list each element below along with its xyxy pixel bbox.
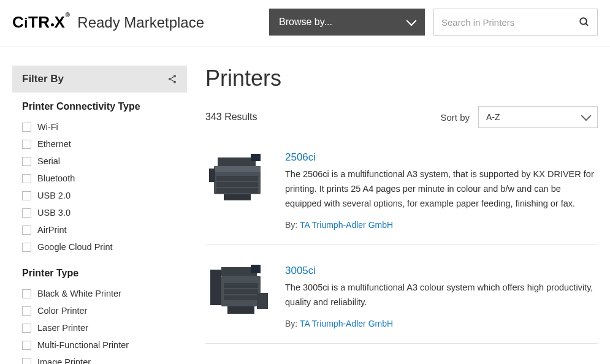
filter-group-title: Printer Connectivity Type (22, 101, 177, 112)
site-subtitle: Ready Marketplace (77, 14, 204, 31)
product-vendor-line: By: TA Triumph-Adler GmbH (285, 319, 598, 328)
filter-heading: Filter By (22, 73, 64, 85)
logo-area[interactable]: CiTRX® Ready Marketplace (12, 13, 204, 32)
checkbox[interactable] (22, 140, 31, 149)
svg-rect-20 (224, 295, 258, 300)
svg-line-1 (585, 23, 588, 26)
share-icon[interactable] (167, 74, 177, 84)
checkbox[interactable] (22, 341, 31, 350)
checkbox[interactable] (22, 243, 31, 252)
checkbox[interactable] (22, 208, 31, 218)
svg-rect-6 (251, 154, 261, 161)
checkbox[interactable] (22, 157, 31, 166)
svg-rect-10 (216, 182, 258, 187)
filter-group-title: Printer Type (22, 268, 177, 279)
product-thumbnail[interactable] (205, 265, 272, 321)
product-vendor-line: By: TA Triumph-Adler GmbH (285, 220, 598, 230)
filter-panel: Filter By Printer Connectivity Type Wi-F… (12, 66, 187, 364)
filter-option[interactable]: Multi-Functional Printer (22, 336, 177, 354)
result-card: 2506ci The 2506ci is a multifunctional A… (205, 150, 598, 245)
product-title-link[interactable]: 2506ci (285, 151, 316, 164)
svg-rect-22 (227, 306, 254, 314)
svg-rect-12 (209, 169, 215, 182)
filter-option[interactable]: Color Printer (22, 302, 177, 319)
search-icon (579, 17, 590, 28)
main-column: Printers 343 Results Sort by A-Z (205, 66, 598, 362)
result-card: 3005ci The 3005ci is a multifunctional A… (205, 264, 598, 344)
sort-value: A-Z (486, 112, 500, 122)
results-count: 343 Results (205, 112, 257, 123)
vendor-link[interactable]: TA Triumph-Adler GmbH (300, 319, 393, 328)
filter-option[interactable]: Laser Printer (22, 319, 177, 336)
svg-rect-14 (210, 270, 221, 305)
checkbox[interactable] (22, 358, 31, 365)
svg-rect-21 (257, 293, 268, 309)
svg-point-4 (173, 81, 176, 83)
filter-group-printer-type: Printer Type Black & White Printer Color… (12, 259, 187, 364)
checkbox[interactable] (22, 306, 31, 316)
svg-rect-11 (216, 188, 258, 193)
sort-dropdown[interactable]: A-Z (478, 106, 598, 128)
checkbox[interactable] (22, 123, 31, 132)
svg-point-3 (169, 78, 171, 80)
filter-option[interactable]: Ethernet (22, 135, 177, 153)
checkbox[interactable] (22, 226, 31, 235)
svg-point-0 (580, 18, 587, 25)
checkbox[interactable] (22, 289, 31, 298)
filter-option[interactable]: Image Printer (22, 354, 177, 364)
checkbox[interactable] (22, 191, 31, 200)
svg-rect-8 (214, 166, 261, 172)
svg-rect-19 (224, 289, 258, 294)
printer-icon (205, 151, 272, 208)
product-title-link[interactable]: 3005ci (285, 265, 316, 277)
search-input[interactable] (441, 17, 579, 28)
filter-option[interactable]: Google Cloud Print (22, 238, 177, 256)
filter-option[interactable]: Black & White Printer (22, 285, 177, 302)
sort-label: Sort by (440, 112, 470, 123)
svg-rect-18 (224, 283, 258, 288)
filter-option[interactable]: USB 2.0 (22, 187, 177, 204)
svg-rect-16 (251, 265, 261, 273)
svg-point-2 (173, 75, 176, 77)
svg-rect-13 (224, 194, 251, 200)
chevron-down-icon (406, 16, 417, 26)
filter-option[interactable]: Bluetooth (22, 170, 177, 187)
vendor-link[interactable]: TA Triumph-Adler GmbH (300, 220, 393, 230)
browse-by-label: Browse by... (279, 17, 332, 28)
product-thumbnail[interactable] (205, 151, 272, 208)
checkbox[interactable] (22, 324, 31, 333)
citrix-logo: CiTRX® (12, 13, 70, 32)
search-box[interactable] (433, 9, 598, 36)
header: CiTRX® Ready Marketplace Browse by... (0, 0, 610, 47)
filter-option[interactable]: Wi-Fi (22, 118, 177, 135)
svg-rect-5 (218, 157, 256, 166)
results-bar: 343 Results Sort by A-Z (205, 106, 598, 128)
page-title: Printers (205, 66, 598, 91)
filter-header: Filter By (12, 66, 187, 93)
product-description: The 2506ci is a multifunctional A3 syste… (285, 167, 598, 211)
filter-option[interactable]: Serial (22, 153, 177, 170)
filter-option[interactable]: AirPrint (22, 221, 177, 238)
filter-group-connectivity: Printer Connectivity Type Wi-Fi Ethernet… (12, 93, 187, 259)
browse-by-dropdown[interactable]: Browse by... (269, 9, 425, 36)
chevron-down-icon (581, 111, 592, 121)
product-description: The 3005ci is a multifunctional A3 colou… (285, 281, 598, 310)
checkbox[interactable] (22, 174, 31, 183)
svg-rect-9 (216, 176, 258, 181)
printer-icon (205, 265, 272, 321)
sort-controls: Sort by A-Z (440, 106, 598, 128)
filter-option[interactable]: USB 3.0 (22, 204, 177, 221)
